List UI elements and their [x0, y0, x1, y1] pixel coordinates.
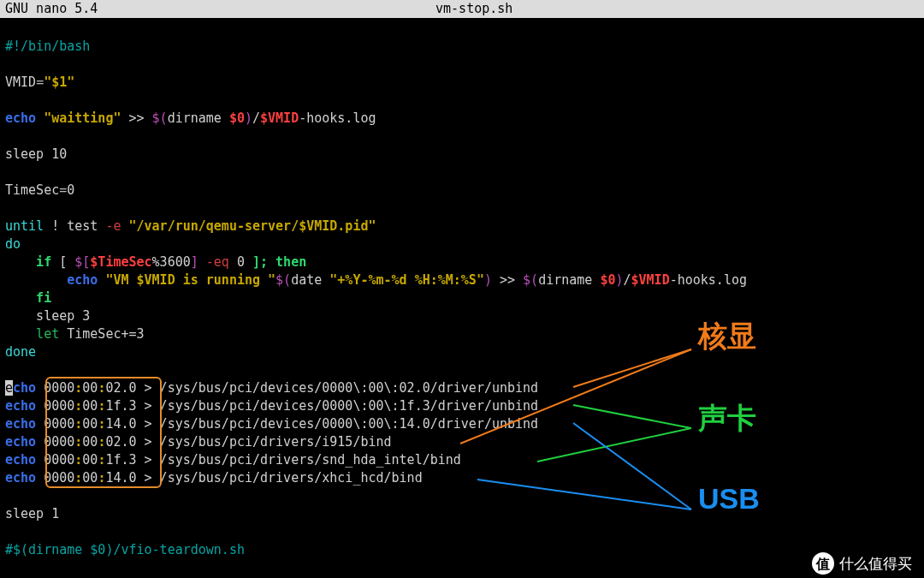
- fi-kw: fi: [5, 290, 51, 306]
- shebang: #!/bin/bash: [5, 39, 90, 54]
- do-kw: do: [5, 236, 21, 252]
- echo-line-gpu-bind: echo 0000:00:02.0 > /sys/bus/pci/drivers…: [5, 434, 392, 450]
- annotation-gpu: 核显: [698, 327, 756, 345]
- nano-titlebar: GNU nano 5.4 vm-stop.sh: [0, 0, 924, 18]
- echo-kw: echo: [5, 110, 36, 126]
- echo-line-usb-bind: echo 0000:00:14.0 > /sys/bus/pci/drivers…: [5, 470, 423, 486]
- teardown-comment: #$(dirname $0)/vfio-teardown.sh: [5, 542, 245, 557]
- annotation-usb: USB: [698, 490, 760, 508]
- sleep-1: sleep 1: [5, 506, 59, 521]
- watermark-badge-icon: 值: [812, 552, 834, 575]
- editor-content[interactable]: #!/bin/bash VMID="$1" echo "waitting" >>…: [0, 18, 924, 559]
- sleep-10: sleep 10: [5, 146, 67, 162]
- vmid-assign: VMID="$1": [5, 74, 74, 90]
- let-kw: let: [5, 326, 59, 342]
- running-msg: "VM $VMID is running ": [105, 272, 275, 288]
- echo-line-audio-bind: echo 0000:00:1f.3 > /sys/bus/pci/drivers…: [5, 452, 461, 468]
- echo-line-usb-unbind: echo 0000:00:14.0 > /sys/bus/pci/devices…: [5, 416, 538, 432]
- filename: vm-stop.sh: [29, 0, 919, 18]
- pid-path: "/var/run/qemu-server/$VMID.pid": [129, 218, 376, 234]
- watermark: 值 什么值得买: [812, 552, 912, 575]
- echo-line-audio-unbind: echo 0000:00:1f.3 > /sys/bus/pci/devices…: [5, 398, 538, 414]
- timesec-init: TimeSec=0: [5, 182, 74, 198]
- watermark-text: 什么值得买: [839, 555, 912, 573]
- done-kw: done: [5, 344, 36, 360]
- until-kw: until: [5, 218, 44, 234]
- waitting-str: "waitting": [44, 110, 121, 126]
- annotation-audio: 声卡: [698, 409, 756, 427]
- echo-line-gpu-unbind: echo 0000:00:02.0 > /sys/bus/pci/devices…: [5, 380, 538, 396]
- if-kw: if: [5, 254, 51, 270]
- sleep-3: sleep 3: [5, 308, 90, 324]
